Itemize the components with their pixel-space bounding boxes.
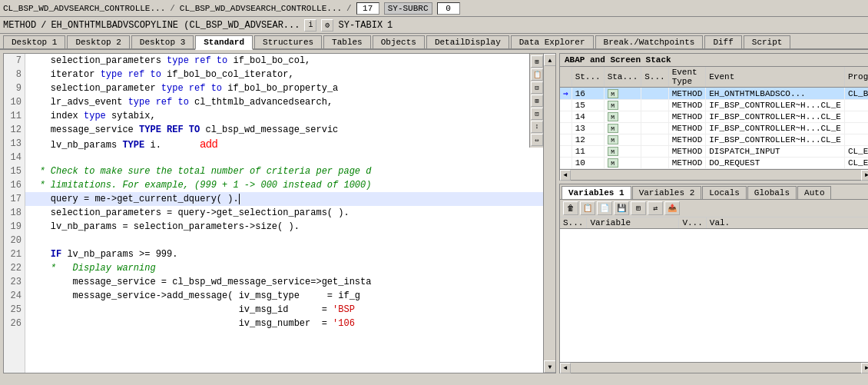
stack-ev-10: DO_REQUEST — [706, 158, 845, 169]
method-label: METHOD — [3, 20, 36, 31]
stack-num-13: 13 — [571, 123, 604, 134]
scroll-track[interactable] — [544, 66, 555, 360]
var-btn-7[interactable]: 📤 — [664, 201, 680, 215]
tab-variables2[interactable]: Variables 2 — [632, 186, 702, 199]
code-line-9: selection_parameter type ref to if_bol_b… — [25, 81, 555, 95]
var-h-scrollbar[interactable]: ◄ ► — [560, 362, 868, 373]
var-h-scroll-right[interactable]: ► — [861, 363, 868, 373]
code-lines[interactable]: selection_parameters type ref to if_bol_… — [25, 54, 555, 373]
tab-tables[interactable]: Tables — [323, 35, 371, 48]
stack-row-11[interactable]: 11 M METHOD DISPATCH_INPUT CL_E — [560, 146, 868, 158]
var-btn-3[interactable]: 📄 — [597, 201, 612, 215]
code-line-26: iv_msg_number = '106 — [25, 317, 555, 330]
tab-standard[interactable]: Standard — [195, 35, 253, 50]
stack-prog-11: CL_E — [844, 146, 868, 158]
edit-btn-1[interactable]: ⊞ — [531, 55, 543, 68]
var-btn-2[interactable]: 📋 — [580, 201, 595, 215]
stack-num-16: 16 — [571, 88, 604, 100]
stack-h-scrollbar[interactable]: ◄ ► — [560, 169, 868, 180]
edit-btn-4[interactable]: ⊞ — [531, 95, 543, 107]
stack-et-16: METHOD — [668, 88, 706, 100]
tab-script[interactable]: Script — [744, 35, 791, 48]
editor-scrollbar[interactable]: ▲ ▼ — [543, 54, 555, 373]
var-btn-4[interactable]: 💾 — [614, 201, 629, 215]
path-segment-1[interactable]: CL_BSP_WD_ADVSEARCH_CONTROLLE... — [3, 4, 165, 13]
tab-breakwatchpoints[interactable]: Break./Watchpoints — [595, 35, 704, 48]
var-btn-5[interactable]: ⊞ — [631, 201, 646, 215]
stack-row-13[interactable]: 13 M METHOD IF_BSP_CONTROLLER~H...CL_E — [560, 123, 868, 134]
var-h-scroll-left[interactable]: ◄ — [560, 363, 571, 373]
var-col-s: S... — [560, 217, 587, 229]
line-number-box[interactable]: 17 — [356, 2, 379, 15]
stack-sta-14: M — [604, 111, 641, 123]
sy-subrc-value[interactable]: 0 — [437, 2, 460, 15]
stack-sta-15: M — [604, 100, 641, 111]
tab-globals[interactable]: Globals — [747, 186, 797, 199]
tab-desktop3[interactable]: Desktop 3 — [131, 35, 194, 48]
code-line-18: selection_parameters = query->get_select… — [25, 206, 555, 220]
tab-diff[interactable]: Diff — [704, 35, 741, 48]
scroll-up-btn[interactable]: ▲ — [544, 54, 556, 66]
code-line-19: lv_nb_params = selection_parameters->siz… — [25, 220, 555, 234]
path-segment-2[interactable]: CL_BSP_WD_ADVSEARCH_CONTROLLE... — [180, 4, 342, 13]
edit-btn-6[interactable]: ↕ — [531, 121, 543, 133]
var-btn-6[interactable]: ⇄ — [648, 201, 663, 215]
tab-variables1[interactable]: Variables 1 — [562, 186, 631, 199]
var-col-variable: Variable — [587, 217, 679, 229]
variables-toolbar: 🗑 📋 📄 💾 ⊞ ⇄ 📤 — [560, 200, 868, 217]
settings-icon[interactable]: ⚙ — [321, 19, 333, 32]
stack-et-13: METHOD — [668, 123, 706, 134]
abap-stack-header: ABAP and Screen Stack — [560, 54, 868, 67]
right-panel: ABAP and Screen Stack St... Sta... S... … — [559, 53, 868, 373]
stack-sta-10: M — [604, 158, 641, 169]
abap-stack-panel: ABAP and Screen Stack St... Sta... S... … — [559, 53, 868, 181]
sy-tabix-label: SY-TABIX — [338, 20, 383, 31]
code-line-20 — [25, 234, 555, 247]
stack-prog-16: CL_B — [844, 88, 868, 100]
info-icon[interactable]: i — [304, 19, 316, 32]
toolbar-second: METHOD / EH_ONTHTMLBADVSCOPYLINE (CL_BSP… — [0, 17, 868, 34]
tab-desktop1[interactable]: Desktop 1 — [3, 35, 65, 48]
stack-table: St... Sta... S... Event Type Event Prog … — [560, 67, 868, 169]
stack-row-14[interactable]: 14 M METHOD IF_BSP_CONTROLLER~H...CL_E — [560, 111, 868, 123]
stack-num-15: 15 — [571, 100, 604, 111]
stack-row-10[interactable]: 10 M METHOD DO_REQUEST CL_E — [560, 158, 868, 169]
separator-2: / — [346, 4, 352, 13]
code-editor[interactable]: 7 8 9 10 11 12 13 14 15 16 17 18 19 20 2… — [3, 53, 556, 373]
tab-locals[interactable]: Locals — [702, 186, 747, 199]
h-scroll-right[interactable]: ► — [861, 170, 868, 181]
stack-row-12[interactable]: 12 M METHOD IF_BSP_CONTROLLER~H...CL_E — [560, 134, 868, 146]
edit-btn-3[interactable]: ⊟ — [531, 81, 543, 94]
tab-detaildisplay[interactable]: DetailDisplay — [426, 35, 509, 48]
tab-dataexplorer[interactable]: Data Explorer — [511, 35, 594, 48]
separator-3: / — [41, 20, 46, 31]
code-line-22: * Display warning — [25, 261, 555, 275]
stack-num-11: 11 — [571, 146, 604, 158]
code-line-8: iterator type ref to if_bol_bo_col_itera… — [25, 68, 555, 81]
h-scroll-track[interactable] — [571, 170, 861, 180]
edit-btn-2[interactable]: 📋 — [531, 68, 543, 81]
sy-tabix-value[interactable]: 1 — [387, 20, 393, 31]
tab-auto[interactable]: Auto — [797, 186, 831, 199]
var-h-scroll-track[interactable] — [571, 363, 861, 373]
stack-et-10: METHOD — [668, 158, 706, 169]
code-line-15: * Check to make sure the total number of… — [25, 164, 555, 178]
tab-objects[interactable]: Objects — [373, 35, 425, 48]
edit-btn-7[interactable]: ⇔ — [531, 134, 543, 146]
code-line-11: index type sytabix, — [25, 109, 555, 123]
edit-btn-5[interactable]: ⊡ — [531, 108, 543, 120]
editor-right-toolbar: ⊞ 📋 ⊟ ⊞ ⊡ ↕ ⇔ — [529, 54, 543, 148]
stack-row-15[interactable]: 15 M METHOD IF_BSP_CONTROLLER~H...CL_E — [560, 100, 868, 111]
h-scroll-left[interactable]: ◄ — [560, 170, 571, 181]
var-btn-1[interactable]: 🗑 — [563, 201, 578, 215]
code-line-10: lr_advs_event type ref to cl_thtmlb_adva… — [25, 95, 555, 109]
tab-desktop2[interactable]: Desktop 2 — [67, 35, 129, 48]
main-area: 7 8 9 10 11 12 13 14 15 16 17 18 19 20 2… — [0, 50, 868, 377]
method-name[interactable]: EH_ONTHTMLBADVSCOPYLINE (CL_BSP_WD_ADVSE… — [51, 20, 300, 31]
tab-structures[interactable]: Structures — [254, 35, 322, 48]
stack-row-16[interactable]: ⇒ 16 M METHOD EH_ONTHTMLBADSCO... CL_B — [560, 88, 868, 100]
stack-ev-12: IF_BSP_CONTROLLER~H...CL_E — [706, 134, 845, 146]
stack-prog-10: CL_E — [844, 158, 868, 169]
code-line-25: iv_msg_id = 'BSP — [25, 303, 555, 317]
scroll-down-btn[interactable]: ▼ — [544, 360, 556, 373]
